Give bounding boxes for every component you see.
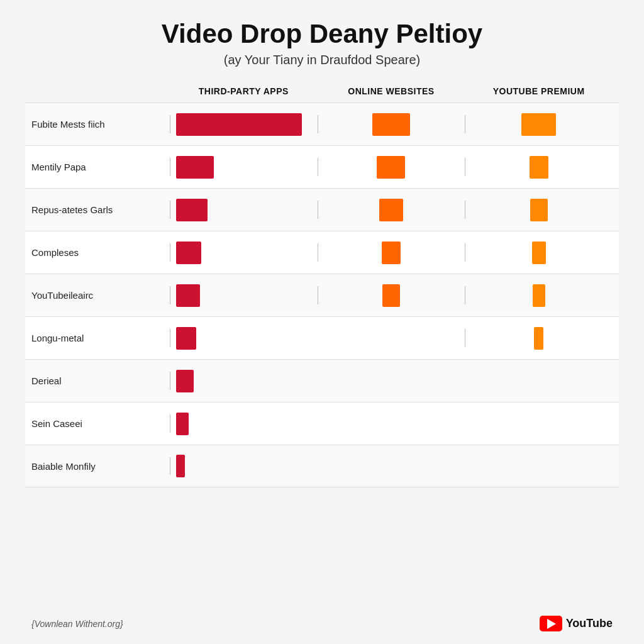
bar-red (176, 156, 214, 179)
bar-red (176, 199, 208, 221)
row-label: Sein Caseei (31, 418, 170, 429)
row-label: Fubite Mests fiich (31, 119, 170, 130)
bar-cell-3 (465, 113, 613, 136)
col-label-2: ONLINE WEBSITES (318, 86, 465, 96)
bar-cell-2 (318, 242, 465, 264)
play-triangle-icon (547, 619, 556, 629)
row-label: Mentily Papa (31, 162, 170, 172)
bar-red (176, 370, 194, 392)
bar-cell-1 (170, 370, 318, 392)
bar-red (176, 413, 189, 435)
col-label-3: YOUTUBE PREMIUM (465, 86, 613, 96)
table-row: Longu-metal (25, 316, 619, 359)
col-label-1: THIRD-PARTY APPS (170, 86, 318, 96)
bar-orange (382, 284, 400, 307)
bar-cell-1 (170, 413, 318, 435)
source-text: {Vownlean Withent.org} (31, 619, 123, 629)
row-label: Derieal (31, 375, 170, 386)
row-label: Repus-atetes Garls (31, 204, 170, 215)
bar-red (176, 327, 196, 350)
bar-cell-3 (465, 284, 613, 307)
chart-header: THIRD-PARTY APPS ONLINE WEBSITES YOUTUBE… (25, 86, 619, 96)
bar-cell-3 (465, 327, 613, 350)
bar-light-orange (530, 199, 548, 221)
bar-cell-3 (465, 156, 613, 179)
bar-cell-1 (170, 113, 318, 136)
table-row: Repus-atetes Garls (25, 188, 619, 231)
bar-light-orange (521, 113, 556, 136)
bar-light-orange (532, 242, 546, 264)
bar-orange (379, 199, 403, 221)
table-row: Sein Caseei (25, 402, 619, 445)
bar-cell-2 (318, 156, 465, 179)
bar-cell-1 (170, 455, 318, 477)
table-row: Compleses (25, 231, 619, 274)
bar-cell-1 (170, 327, 318, 350)
youtube-icon (540, 616, 562, 631)
youtube-text: YouTube (566, 617, 613, 630)
bar-red (176, 284, 200, 307)
bar-cell-1 (170, 199, 318, 221)
footer: {Vownlean Withent.org} YouTube (25, 616, 619, 631)
table-row: Mentily Papa (25, 145, 619, 188)
col-label-empty (31, 86, 170, 96)
bar-orange (377, 156, 405, 179)
bar-cell-3 (465, 199, 613, 221)
bar-orange (372, 113, 410, 136)
bar-cell-2 (318, 113, 465, 136)
bar-light-orange (534, 327, 543, 350)
chart-subtitle: (ay Your Tiany in Draufdod Speare) (224, 53, 420, 67)
bar-light-orange (533, 284, 545, 307)
table-row: YouTubeileairc (25, 274, 619, 316)
bar-cell-3 (465, 242, 613, 264)
youtube-logo: YouTube (540, 616, 613, 631)
bar-orange (382, 242, 401, 264)
row-label: YouTubeileairc (31, 290, 170, 301)
bar-cell-1 (170, 284, 318, 307)
bar-red (176, 455, 185, 477)
bar-cell-1 (170, 242, 318, 264)
bar-cell-1 (170, 156, 318, 179)
row-label: Longu-metal (31, 333, 170, 343)
table-row: Baiable Monfily (25, 445, 619, 487)
row-label: Baiable Monfily (31, 461, 170, 472)
bar-cell-2 (318, 284, 465, 307)
row-label: Compleses (31, 247, 170, 258)
table-row: Fubite Mests fiich (25, 103, 619, 145)
bar-red (176, 242, 201, 264)
bar-cell-2 (318, 199, 465, 221)
bar-light-orange (530, 156, 548, 179)
chart-container: THIRD-PARTY APPS ONLINE WEBSITES YOUTUBE… (25, 86, 619, 606)
table-row: Derieal (25, 359, 619, 402)
chart-body: Fubite Mests fiichMentily PapaRepus-atet… (25, 103, 619, 606)
bar-red (176, 113, 302, 136)
chart-title: Video Drop Deany Peltioy (162, 19, 482, 49)
